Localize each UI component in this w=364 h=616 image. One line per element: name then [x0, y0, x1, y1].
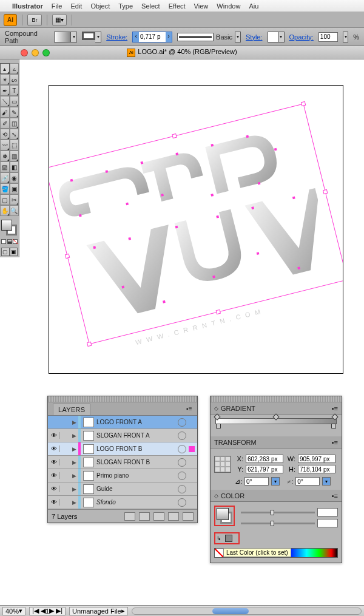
horizontal-scrollbar[interactable]	[132, 608, 362, 615]
warp-tool[interactable]: 〰	[0, 140, 10, 151]
collapse-icon[interactable]: ◇	[214, 493, 218, 499]
color-slider[interactable]	[241, 512, 315, 513]
layer-thumbnail[interactable]	[83, 418, 94, 427]
hand-tool[interactable]: ✋	[0, 205, 10, 216]
menu-window[interactable]: Window	[217, 2, 240, 10]
stroke-weight-input[interactable]	[139, 32, 166, 42]
fill-color-icon[interactable]	[1, 239, 6, 244]
layer-thumbnail[interactable]	[83, 498, 94, 507]
layer-row[interactable]: ▶LOGO FRONT A	[48, 416, 197, 429]
layer-row[interactable]: 👁▶Sfondo	[48, 496, 197, 509]
menu-help[interactable]: Aiu	[249, 2, 258, 10]
opacity-dropdown[interactable]: ▾	[343, 32, 348, 42]
layer-thumbnail[interactable]	[83, 431, 94, 441]
new-sublayer-button[interactable]	[153, 512, 164, 521]
layer-row[interactable]: 👁▶SLOGAN FRONT A	[48, 429, 197, 442]
slice-tool[interactable]: ✂	[10, 194, 19, 205]
color-fill-stroke-well[interactable]	[214, 506, 235, 526]
locate-object-button[interactable]	[124, 512, 135, 521]
layer-row[interactable]: 👁▶SLOGAN FRONT B	[48, 456, 197, 469]
artboard-nav[interactable]: |◀ ◀ 1 ▶ ▶|	[29, 607, 66, 615]
color-panel-menu-icon[interactable]: ▪≡	[332, 492, 338, 499]
visibility-toggle[interactable]: 👁	[48, 472, 60, 479]
paintbrush-tool[interactable]: 🖌	[0, 107, 10, 118]
rotate-dropdown[interactable]: ▾	[271, 477, 280, 486]
stroke-link[interactable]: Stroke:	[106, 33, 127, 41]
fill-none-icon[interactable]	[13, 239, 18, 244]
fill-stroke-well[interactable]	[1, 220, 17, 235]
eraser-tool[interactable]: ◫	[10, 118, 19, 129]
layer-row[interactable]: 👁▶Primo piano	[48, 469, 197, 482]
gradient-panel-title[interactable]: GRADIENT	[221, 405, 332, 412]
disclosure-arrow-icon[interactable]: ▶	[70, 419, 78, 425]
x-input[interactable]	[246, 455, 283, 463]
normal-screen-mode[interactable]: ▢	[1, 248, 10, 256]
rectangle-tool[interactable]: ▭	[10, 96, 19, 107]
make-clipping-mask-button[interactable]	[139, 512, 150, 521]
layer-row[interactable]: 👁▶Guide	[48, 482, 197, 496]
lasso-tool[interactable]: ᔕ	[10, 74, 19, 85]
arrange-documents-button[interactable]: ▦▾	[52, 14, 67, 26]
style-link[interactable]: Style:	[246, 33, 263, 41]
target-icon[interactable]	[178, 485, 186, 493]
layer-name[interactable]: SLOGAN FRONT B	[96, 459, 175, 465]
full-screen-mode[interactable]: ▣	[10, 248, 18, 256]
line-tool[interactable]: ＼	[0, 96, 10, 107]
color-stop[interactable]	[331, 424, 336, 428]
scale-tool[interactable]: ⤡	[10, 129, 19, 140]
reference-point-selector[interactable]	[214, 456, 231, 473]
color-slider[interactable]	[241, 523, 315, 524]
panel-grip[interactable]	[48, 396, 197, 402]
window-close-button[interactable]	[21, 49, 28, 56]
symbol-sprayer-tool[interactable]: ❅	[0, 151, 10, 161]
layer-name[interactable]: LOGO FRONT B	[96, 445, 175, 452]
pen-tool[interactable]: ✒	[0, 85, 10, 96]
tint-swatch[interactable]	[225, 535, 232, 542]
type-tool[interactable]: T	[10, 85, 19, 96]
panel-grip[interactable]	[211, 396, 342, 402]
target-icon[interactable]	[178, 458, 186, 467]
pencil-tool[interactable]: ✎	[10, 107, 19, 118]
layer-name[interactable]: LOGO FRONT A	[96, 419, 175, 425]
color-stop[interactable]	[216, 424, 221, 428]
disclosure-arrow-icon[interactable]: ▶	[70, 446, 78, 452]
h-input[interactable]	[298, 465, 335, 473]
layer-thumbnail[interactable]	[83, 444, 94, 454]
layers-tab-label[interactable]: LAYERS	[53, 404, 90, 415]
disclosure-arrow-icon[interactable]: ▶	[70, 473, 78, 479]
opacity-stop[interactable]	[214, 413, 220, 420]
layer-row[interactable]: 👁▶LOGO FRONT B	[48, 442, 197, 456]
disclosure-arrow-icon[interactable]: ▶	[70, 486, 78, 492]
fill-swatch-dropdown[interactable]: ▾	[71, 32, 77, 42]
visibility-toggle[interactable]: 👁	[48, 486, 60, 492]
shear-input[interactable]	[295, 477, 320, 486]
mesh-tool[interactable]: ▨	[0, 161, 10, 172]
bridge-button[interactable]: Br	[27, 14, 42, 26]
direct-selection-tool[interactable]: ▵	[10, 63, 19, 74]
visibility-toggle[interactable]: 👁	[48, 499, 60, 506]
window-minimize-button[interactable]	[32, 49, 39, 56]
stroke-swatch-dropdown[interactable]: ▾	[95, 32, 101, 42]
zoom-level[interactable]: 40% ▾	[2, 607, 25, 615]
layer-name[interactable]: SLOGAN FRONT A	[96, 432, 175, 439]
live-paint-tool[interactable]: 🪣	[0, 183, 10, 194]
stroke-swatch[interactable]	[82, 32, 95, 40]
rotate-input[interactable]	[244, 477, 269, 486]
target-icon[interactable]	[178, 432, 186, 440]
blob-brush-tool[interactable]: ✐	[0, 118, 10, 129]
style-swatch[interactable]	[268, 32, 278, 42]
layer-name[interactable]: Primo piano	[96, 472, 175, 479]
menu-type[interactable]: Type	[118, 2, 133, 10]
stroke-increment[interactable]: ›	[166, 32, 172, 42]
visibility-toggle[interactable]: 👁	[48, 432, 60, 439]
none-color-icon[interactable]	[215, 549, 223, 557]
artboard-tool[interactable]: ▢	[0, 194, 10, 205]
menu-select[interactable]: Select	[141, 2, 160, 10]
target-icon[interactable]	[178, 472, 186, 480]
window-zoom-button[interactable]	[42, 49, 50, 56]
midpoint-stop[interactable]	[272, 413, 279, 420]
color-spectrum[interactable]: Last Color (click to set)	[214, 548, 338, 558]
menu-effect[interactable]: Effect	[169, 2, 186, 10]
style-dropdown[interactable]: ▾	[278, 32, 285, 42]
brush-preview[interactable]	[177, 33, 214, 41]
